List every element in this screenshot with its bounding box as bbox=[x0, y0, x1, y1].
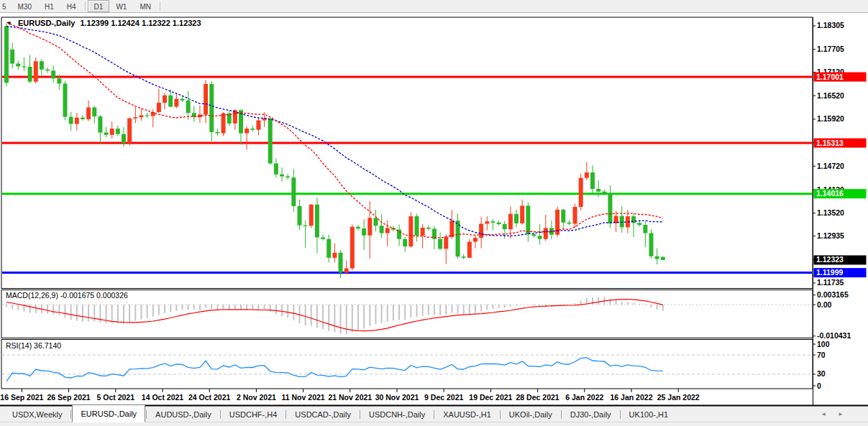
candle bbox=[362, 228, 366, 236]
candle bbox=[350, 227, 355, 269]
rsi-name: RSI(14) bbox=[6, 341, 32, 350]
price-level-tag-text: 1.11999 bbox=[816, 268, 844, 277]
candle bbox=[10, 50, 14, 64]
candle bbox=[415, 216, 419, 236]
candle bbox=[585, 172, 589, 178]
candle bbox=[245, 129, 249, 134]
candle bbox=[643, 225, 647, 233]
candle bbox=[344, 269, 349, 273]
tab-divider bbox=[434, 410, 434, 419]
candle bbox=[145, 115, 150, 116]
candle bbox=[122, 134, 126, 144]
rsi-axis-label: 100 bbox=[817, 340, 830, 348]
candle bbox=[163, 96, 167, 103]
tab-usdx-weekly[interactable]: USDX,Weekly bbox=[4, 407, 70, 422]
chart-tab-row: USDX,WeeklyEURUSD-,DailyAUDUSD-,DailyUSD… bbox=[0, 407, 868, 422]
date-tick-label: 30 Nov 2021 bbox=[375, 393, 419, 402]
candle bbox=[602, 192, 606, 193]
candle bbox=[81, 118, 85, 119]
macd-indicator-label: MACD(12,26,9) -0.001675 0.000326 bbox=[6, 291, 128, 300]
candle bbox=[86, 108, 91, 119]
price-tick-label: 1.13520 bbox=[817, 208, 844, 217]
tab-uk100-h1[interactable]: UK100-,H1 bbox=[621, 407, 676, 422]
candle bbox=[309, 205, 314, 226]
timeframe-button-m30[interactable]: M30 bbox=[12, 0, 38, 12]
timeframe-button-mn[interactable]: MN bbox=[133, 0, 157, 12]
candle bbox=[303, 226, 308, 226]
price-level-tag-text: 1.14016 bbox=[816, 189, 844, 198]
candle bbox=[63, 83, 68, 116]
candle bbox=[339, 253, 343, 273]
candle bbox=[485, 221, 489, 223]
tab-usdchf-h4[interactable]: USDCHF-,H4 bbox=[221, 407, 285, 422]
candle bbox=[98, 116, 102, 132]
chart-canvas[interactable]: 1.183051.177051.171201.165201.159201.153… bbox=[0, 0, 868, 426]
candle bbox=[479, 223, 483, 238]
tab-scroll-right-icon[interactable]: ► bbox=[838, 411, 844, 417]
candle bbox=[221, 114, 226, 134]
tab-usdcad-daily[interactable]: USDCAD-,Daily bbox=[287, 407, 359, 422]
candle bbox=[34, 61, 38, 81]
candle bbox=[16, 64, 20, 67]
price-tick-label: 1.18305 bbox=[817, 21, 844, 29]
candle bbox=[608, 193, 612, 223]
candle bbox=[174, 99, 178, 107]
tab-audusd-daily[interactable]: AUDUSD-,Daily bbox=[147, 407, 219, 422]
timeframe-button-w1[interactable]: W1 bbox=[109, 0, 133, 12]
candle bbox=[274, 164, 278, 175]
candle bbox=[596, 189, 600, 192]
timeframe-button-5[interactable]: 5 bbox=[0, 0, 12, 12]
tab-xauusd-h1[interactable]: XAUUSD-,H1 bbox=[435, 407, 499, 422]
price-tick-label: 1.11735 bbox=[817, 278, 844, 287]
candle bbox=[567, 223, 571, 224]
candle bbox=[256, 121, 260, 130]
candle bbox=[157, 103, 161, 112]
chart-tab-bar: USDX,WeeklyEURUSD-,DailyAUDUSD-,DailyUSD… bbox=[0, 407, 868, 426]
candle bbox=[561, 210, 565, 223]
candle bbox=[438, 239, 442, 249]
candle bbox=[104, 132, 109, 134]
price-level-tag-text: 1.17001 bbox=[816, 73, 844, 81]
tab-divider bbox=[500, 410, 501, 419]
chart-dropdown-icon[interactable]: ▼ bbox=[6, 20, 12, 27]
candle bbox=[181, 99, 185, 101]
candle bbox=[28, 67, 32, 82]
timeframe-button-h4[interactable]: H4 bbox=[60, 0, 83, 12]
rsi-axis-label: 70 bbox=[817, 351, 826, 359]
price-tick-label: 1.17705 bbox=[817, 45, 844, 53]
toolbar-divider bbox=[160, 1, 160, 11]
candle bbox=[57, 78, 61, 83]
tab-ukoil-daily[interactable]: UKOil-,Daily bbox=[501, 407, 560, 422]
date-tick-label: 2 Nov 2021 bbox=[237, 393, 276, 402]
rsi-axis-label: 30 bbox=[817, 369, 826, 378]
timeframe-button-h1[interactable]: H1 bbox=[38, 0, 60, 12]
price-level-tag-text: 1.15313 bbox=[816, 139, 844, 147]
chart-background bbox=[0, 12, 868, 405]
candle bbox=[168, 96, 173, 107]
candle bbox=[620, 216, 624, 228]
macd-axis-label: 0.003165 bbox=[817, 290, 849, 299]
candle bbox=[116, 129, 120, 134]
timeframe-button-d1[interactable]: D1 bbox=[88, 0, 110, 12]
tab-eurusd-daily[interactable]: EURUSD-,Daily bbox=[72, 404, 145, 422]
candle bbox=[538, 236, 542, 239]
chart-ohlc-values: 1.12399 1.12424 1.12322 1.12323 bbox=[80, 19, 201, 27]
tab-divider bbox=[146, 410, 147, 419]
candle bbox=[462, 256, 466, 258]
candle bbox=[22, 66, 26, 67]
tab-dj30-daily[interactable]: DJ30-,Daily bbox=[562, 407, 619, 422]
tab-divider bbox=[620, 410, 621, 419]
rsi-value: 36.7140 bbox=[34, 341, 61, 350]
price-tick-label: 1.15920 bbox=[817, 114, 844, 123]
candle bbox=[655, 256, 659, 259]
candle bbox=[51, 70, 55, 78]
candle bbox=[332, 253, 337, 258]
candle bbox=[127, 119, 132, 143]
macd-values: -0.001675 0.000326 bbox=[60, 291, 128, 300]
candle bbox=[579, 178, 583, 207]
chart-title: ▼ EURUSD-,Daily 1.12399 1.12424 1.12322 … bbox=[6, 19, 201, 27]
tab-usdcnh-daily[interactable]: USDCNH-,Daily bbox=[361, 407, 433, 422]
rsi-indicator-label: RSI(14) 36.7140 bbox=[6, 341, 61, 350]
date-tick-label: 16 Sep 2021 bbox=[0, 393, 43, 402]
tab-scroll-left-icon[interactable]: ◄ bbox=[821, 411, 826, 417]
